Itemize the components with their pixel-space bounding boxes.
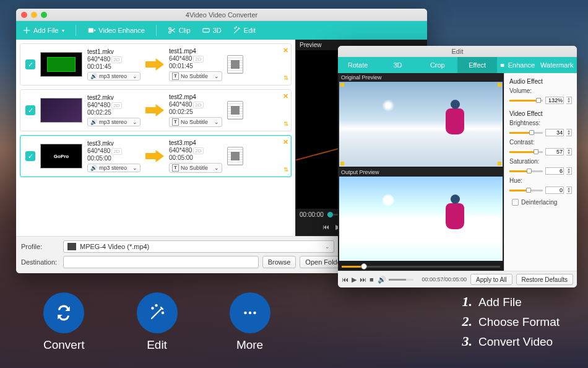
speaker-icon[interactable]: 🔊 — [378, 276, 386, 284]
video-effect-heading: Video Effect — [509, 110, 572, 117]
effects-panel: Audio Effect Volume: ▲▼ Video Effect Bri… — [504, 73, 577, 271]
saturation-slider[interactable]: ▲▼ — [509, 167, 572, 175]
output-duration: 00:01:45 — [169, 63, 222, 69]
browse-button[interactable]: Browse — [262, 256, 296, 268]
svg-point-9 — [162, 312, 163, 313]
edit-window: Edit Rotate 3D Crop Effect Enhance Water… — [338, 46, 577, 287]
prev-button[interactable]: ⏮ — [322, 223, 329, 231]
arrow-icon — [145, 58, 164, 71]
drag-handle-icon[interactable]: ⇅ — [283, 166, 288, 173]
drag-handle-icon[interactable]: ⇅ — [283, 74, 288, 81]
destination-input[interactable] — [63, 256, 259, 268]
output-format-icon[interactable] — [227, 101, 243, 120]
audio-select[interactable]: 🔊mp3 stereo⌄ — [87, 164, 141, 172]
promo-convert[interactable]: Convert — [43, 292, 85, 352]
tab-crop[interactable]: Crop — [418, 57, 457, 73]
source-thumbnail — [40, 52, 82, 77]
tab-rotate[interactable]: Rotate — [338, 57, 378, 73]
output-filename: test1.mp4 — [169, 48, 222, 55]
hue-label: Hue: — [509, 177, 572, 184]
volume-label: Volume: — [509, 87, 572, 94]
drag-handle-icon[interactable]: ⇅ — [283, 120, 288, 127]
tab-effect[interactable]: Effect — [457, 57, 497, 73]
audio-select[interactable]: 🔊mp3 stereo⌄ — [87, 72, 141, 81]
brightness-slider[interactable]: ▲▼ — [509, 129, 572, 136]
svg-point-8 — [155, 305, 157, 306]
profile-label: Profile: — [21, 243, 59, 250]
hue-slider[interactable]: ▲▼ — [509, 186, 572, 194]
svg-point-4 — [235, 28, 235, 28]
subtitle-select[interactable]: TNo Subtitle⌄ — [169, 117, 222, 127]
output-format-icon[interactable] — [227, 147, 243, 165]
promo-more[interactable]: More — [230, 292, 270, 352]
destination-label: Destination: — [21, 258, 59, 266]
volume-slider[interactable]: ▲▼ — [509, 97, 572, 104]
source-filename: test2.mkv — [87, 94, 141, 101]
source-duration: 00:01:45 — [87, 63, 141, 70]
tab-3d[interactable]: 3D — [378, 57, 417, 73]
format-icon — [67, 243, 76, 250]
edit-window-title[interactable]: Edit — [338, 46, 577, 57]
prev-button[interactable]: ⏮ — [342, 276, 348, 284]
minimize-icon[interactable] — [31, 12, 37, 18]
row-checkbox[interactable]: ✓ — [25, 59, 35, 69]
converter-toolbar: Add File▾ Video Enhance Clip 3D Edit — [16, 21, 427, 40]
source-thumbnail — [40, 144, 82, 169]
edit-scrubber[interactable] — [338, 262, 504, 271]
tab-enhance[interactable]: Enhance — [497, 57, 537, 73]
speaker-icon: 🔊 — [90, 73, 97, 79]
edit-tabs: Rotate 3D Crop Effect Enhance Watermark — [338, 57, 577, 73]
file-row[interactable]: ✓ test2.mkv 640*4802D 00:02:25 🔊mp3 ster… — [20, 89, 292, 131]
promo-edit[interactable]: Edit — [137, 292, 178, 352]
arrow-icon — [145, 104, 164, 116]
apply-all-button[interactable]: Apply to All — [470, 274, 512, 285]
source-thumbnail — [40, 98, 82, 123]
clip-button[interactable]: Clip — [168, 26, 191, 35]
3d-button[interactable]: 3D — [202, 26, 222, 35]
row-checkbox[interactable]: ✓ — [25, 105, 35, 115]
svg-point-10 — [244, 312, 247, 315]
edit-button[interactable]: Edit — [233, 26, 256, 35]
window-title: 4Video Video Converter — [186, 11, 257, 19]
next-button[interactable]: ⏭ — [360, 276, 366, 284]
add-file-icon — [22, 26, 31, 35]
converter-titlebar[interactable]: 4Video Video Converter — [16, 9, 427, 21]
output-format-icon[interactable] — [227, 55, 243, 74]
volume-bar[interactable] — [389, 279, 413, 281]
svg-point-11 — [248, 312, 251, 315]
close-icon[interactable] — [21, 12, 27, 18]
chevron-down-icon: ⌄ — [325, 243, 330, 250]
remove-row-button[interactable]: ✕ — [283, 92, 288, 100]
profile-select[interactable]: MPEG-4 Video (*.mp4) ⌄ — [63, 240, 334, 253]
deinterlacing-label: Deinterlacing — [521, 199, 557, 206]
zoom-icon[interactable] — [41, 12, 47, 18]
stop-button[interactable]: ■ — [370, 276, 374, 284]
svg-point-12 — [253, 312, 256, 315]
file-row[interactable]: ✓ test3.mkv 640*4802D 00:05:00 🔊mp3 ster… — [20, 135, 292, 177]
remove-row-button[interactable]: ✕ — [283, 46, 288, 55]
svg-point-5 — [236, 27, 236, 27]
video-enhance-button[interactable]: Video Enhance — [87, 26, 144, 35]
deinterlacing-checkbox[interactable] — [512, 199, 519, 206]
original-preview[interactable] — [339, 82, 503, 167]
source-filename: test1.mkv — [87, 48, 141, 55]
play-button[interactable]: ▶ — [352, 276, 357, 284]
row-checkbox[interactable]: ✓ — [25, 151, 35, 161]
remove-row-button[interactable]: ✕ — [283, 138, 288, 146]
tab-watermark[interactable]: Watermark — [537, 57, 577, 73]
brightness-label: Brightness: — [509, 120, 572, 126]
scissors-icon — [168, 26, 176, 35]
restore-defaults-button[interactable]: Restore Defaults — [516, 274, 573, 285]
caret-down-icon: ▾ — [62, 28, 64, 33]
contrast-slider[interactable]: ▲▼ — [509, 148, 572, 156]
audio-select[interactable]: 🔊mp3 stereo⌄ — [87, 118, 141, 126]
add-file-button[interactable]: Add File▾ — [22, 26, 64, 35]
svg-rect-3 — [202, 28, 209, 32]
file-row[interactable]: ✓ test1.mkv 640*4802D 00:01:45 🔊mp3 ster… — [20, 43, 292, 85]
audio-effect-heading: Audio Effect — [509, 78, 572, 85]
subtitle-select[interactable]: TNo Subtitle⌄ — [169, 163, 222, 173]
saturation-label: Saturation: — [509, 158, 572, 165]
output-dimensions: 640*4802D — [169, 55, 222, 62]
subtitle-select[interactable]: TNo Subtitle⌄ — [169, 71, 222, 81]
output-preview-label: Output Preview — [338, 168, 504, 177]
